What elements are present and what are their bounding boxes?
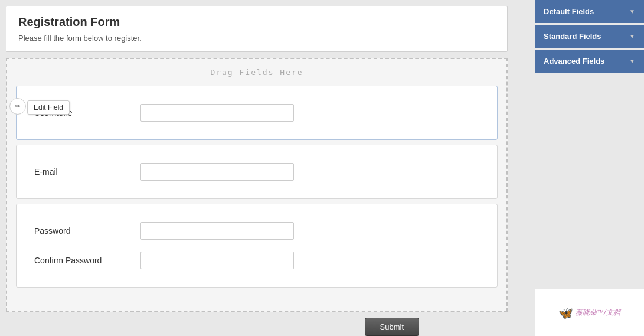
form-title: Registration Form	[18, 15, 495, 29]
field-group-username: ✏ Edit Field Username	[16, 86, 498, 140]
password-input[interactable]	[140, 222, 294, 240]
sidebar: Default Fields ▼ Standard Fields ▼ Advan…	[535, 0, 644, 336]
watermark-text: 薇晓朵™/文档	[576, 308, 620, 318]
username-field-row: Username	[34, 98, 479, 128]
password-field-row: Password	[34, 216, 479, 246]
standard-fields-arrow: ▼	[629, 33, 635, 40]
advanced-fields-button[interactable]: Advanced Fields ▼	[535, 50, 644, 73]
submit-button[interactable]: Submit	[365, 318, 419, 336]
password-label: Password	[34, 226, 140, 236]
default-fields-arrow: ▼	[629, 8, 635, 15]
confirm-password-label: Confirm Password	[34, 256, 140, 265]
submit-area: Submit	[6, 318, 508, 336]
drag-fields-label: - - - - - - - - Drag Fields Here - - - -…	[16, 68, 498, 77]
email-input[interactable]	[140, 163, 294, 181]
edit-tooltip: Edit Field	[27, 100, 70, 115]
confirm-password-input[interactable]	[140, 252, 294, 269]
default-fields-label: Default Fields	[544, 7, 594, 16]
email-field-row: E-mail	[34, 157, 479, 187]
edit-field-button[interactable]: ✏	[9, 98, 26, 115]
field-group-email: E-mail	[16, 145, 498, 199]
watermark-area: 🦋 薇晓朵™/文档	[535, 289, 644, 336]
form-header-card: Registration Form Please fill the form b…	[6, 6, 508, 52]
advanced-fields-label: Advanced Fields	[544, 57, 604, 66]
confirm-password-field-row: Confirm Password	[34, 246, 479, 275]
field-group-password: Password Confirm Password	[16, 204, 498, 288]
default-fields-button[interactable]: Default Fields ▼	[535, 0, 644, 23]
standard-fields-button[interactable]: Standard Fields ▼	[535, 25, 644, 48]
main-area: Registration Form Please fill the form b…	[0, 0, 514, 336]
drop-zone: - - - - - - - - Drag Fields Here - - - -…	[6, 58, 508, 312]
email-label: E-mail	[34, 167, 140, 177]
butterfly-icon: 🦋	[558, 306, 573, 320]
form-subtitle: Please fill the form below to register.	[18, 34, 495, 43]
standard-fields-label: Standard Fields	[544, 32, 601, 41]
edit-btn-wrapper: ✏ Edit Field	[9, 98, 26, 115]
advanced-fields-arrow: ▼	[629, 58, 635, 64]
username-input[interactable]	[140, 104, 294, 122]
